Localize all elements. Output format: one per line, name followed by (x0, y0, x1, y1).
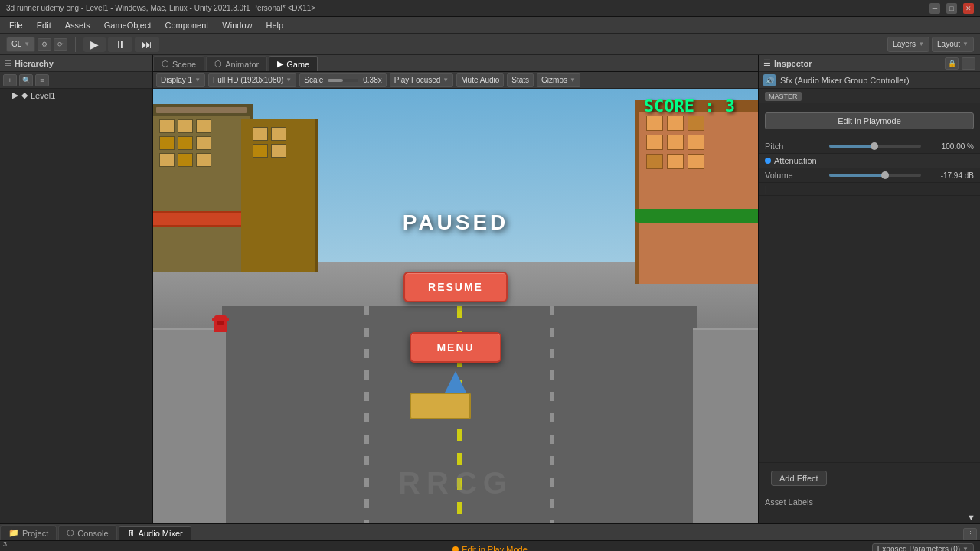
attenuation-dot (765, 158, 771, 164)
hierarchy-add-btn[interactable]: + (3, 74, 17, 86)
component-icon: 🔊 (763, 74, 776, 86)
title-bar: 3d runner udemy eng - Level1 - Windows, … (0, 0, 980, 17)
step-button[interactable]: ⏭ (135, 37, 159, 52)
pitch-slider[interactable] (829, 145, 921, 148)
volume-handle[interactable] (881, 171, 889, 179)
inspector-bottom-arrow: ▼ (759, 510, 980, 523)
hierarchy-level1-label: Level1 (31, 91, 55, 100)
pause-button[interactable]: ⏸ (108, 37, 132, 52)
hierarchy-title: Hierarchy (15, 59, 54, 68)
menu-gameobject[interactable]: GameObject (98, 19, 158, 31)
play-focused-dropdown[interactable]: Play Focused ▼ (390, 73, 454, 87)
separator-1 (75, 37, 76, 52)
bottom-arrow-icon: ▼ (967, 513, 975, 522)
attenuation-header: Attenuation (759, 154, 980, 168)
exposed-params-btn[interactable]: Exposed Parameters (0) ▼ (872, 543, 974, 551)
menu-help[interactable]: Help (260, 19, 289, 31)
project-tab-label: Project (22, 529, 48, 538)
road-line-right (550, 306, 554, 523)
menu-edit[interactable]: Edit (31, 19, 57, 31)
edit-play-mode-btn[interactable]: Edit in Play Mode (452, 545, 528, 552)
hierarchy-search-btn[interactable]: 🔍 (19, 74, 33, 86)
console-icon: ⬡ (67, 528, 74, 538)
inspector-header: ☰ Inspector 🔒 ⋮ (759, 55, 980, 72)
menu-window[interactable]: Window (216, 19, 258, 31)
add-effect-section: Add Effect (759, 462, 980, 494)
inspector-header-left: ☰ Inspector (763, 58, 812, 68)
layout-dropdown[interactable]: Layout ▼ (932, 37, 974, 52)
building-right-windows (639, 100, 758, 204)
close-button[interactable]: ✕ (963, 3, 974, 14)
mute-audio-btn[interactable]: Mute Audio (456, 73, 504, 87)
menu-bar: File Edit Assets GameObject Component Wi… (0, 17, 980, 34)
tab-scene[interactable]: ⬡ Scene (153, 56, 204, 71)
resume-button[interactable]: RESUME (403, 272, 508, 302)
building-left2 (241, 119, 318, 272)
awning-right (635, 209, 758, 223)
minimize-button[interactable]: ─ (929, 3, 940, 14)
edit-play-banner: Edit in Play Mode Exposed Parameters (0)… (0, 541, 980, 551)
tab-audio-mixer[interactable]: 🎚 Audio Mixer (119, 526, 191, 540)
add-effect-btn[interactable]: Add Effect (771, 471, 827, 486)
tab-animator[interactable]: ⬡ Animator (206, 56, 267, 71)
gl-btn1[interactable]: ⚙ (38, 38, 51, 51)
sidewalk-left (153, 328, 226, 523)
gl-selector: GL ▼ ⚙ ⟳ (6, 37, 67, 52)
box-obstacle (410, 393, 471, 419)
menu-assets[interactable]: Assets (59, 19, 96, 31)
gl-btn2[interactable]: ⟳ (54, 38, 67, 51)
stats-btn[interactable]: Stats (507, 73, 534, 87)
layers-dropdown[interactable]: Layers ▼ (887, 37, 929, 52)
hierarchy-level1[interactable]: ▶ ◆ Level1 (0, 89, 152, 102)
mute-audio-label: Mute Audio (461, 76, 499, 84)
inspector-more-btn[interactable]: ⋮ (962, 57, 975, 70)
inspector-spacer (759, 196, 980, 462)
pitch-value: 100.00 % (924, 142, 974, 151)
inspector-header-right: 🔒 ⋮ (945, 57, 975, 70)
play-button[interactable]: ▶ (83, 37, 106, 52)
volume-fill (829, 174, 886, 177)
scene-tab-label: Scene (172, 60, 196, 69)
gl-dropdown[interactable]: GL ▼ (6, 37, 35, 52)
edit-play-dot (452, 546, 459, 552)
score-display: SCORE : 3 (644, 96, 735, 116)
animator-tab-icon: ⬡ (214, 59, 222, 69)
game-tab-label: Game (286, 60, 309, 69)
hierarchy-filter-btn[interactable]: ≡ (35, 74, 49, 86)
pitch-handle[interactable] (871, 142, 878, 150)
display-dropdown[interactable]: Display 1 ▼ (156, 73, 205, 87)
hierarchy-header: ☰ Hierarchy (0, 55, 152, 72)
inspector-lock-btn[interactable]: 🔒 (945, 57, 959, 70)
awning-left (153, 211, 253, 227)
paused-text: PAUSED (403, 210, 509, 235)
gizmos-dropdown[interactable]: Gizmos ▼ (537, 73, 580, 87)
menu-button[interactable]: MENU (410, 332, 501, 363)
tab-project[interactable]: 📁 Project (0, 525, 57, 540)
main-layout: ☰ Hierarchy + 🔍 ≡ ▶ ◆ Level1 ⬡ Scene ⬡ A… (0, 55, 980, 523)
cursor-line: | (759, 183, 980, 196)
menu-file[interactable]: File (3, 19, 29, 31)
resolution-dropdown[interactable]: Full HD (1920x1080) ▼ (208, 73, 296, 87)
title-bar-title: 3d runner udemy eng - Level1 - Windows, … (6, 4, 315, 12)
volume-slider[interactable] (829, 174, 921, 177)
scale-dropdown[interactable]: Scale 0.38x (299, 73, 386, 87)
maximize-button[interactable]: □ (946, 3, 957, 14)
gizmos-arrow-icon: ▼ (570, 77, 576, 83)
building-right (635, 100, 758, 284)
bottom-panel: 📁 Project ⬡ Console 🎚 Audio Mixer ⋮ Edit… (0, 523, 980, 551)
play-focused-arrow-icon: ▼ (443, 77, 449, 83)
play-focused-label: Play Focused (394, 76, 441, 84)
menu-component[interactable]: Component (158, 19, 214, 31)
building-left-roof (153, 104, 250, 116)
bottom-panel-more-btn[interactable]: ⋮ (963, 528, 977, 540)
gizmos-label: Gizmos (541, 76, 567, 84)
scale-value: 0.38x (363, 76, 381, 84)
game-scene: SCORE : 3 PAUSED RESUME MENU RRCG (153, 89, 758, 523)
component-title: Sfx (Audio Mixer Group Controller) (780, 76, 910, 85)
edit-playmode-btn[interactable]: Edit in Playmode (765, 112, 974, 129)
resolution-label: Full HD (1920x1080) (213, 76, 283, 84)
project-icon: 📁 (8, 528, 19, 538)
tab-console[interactable]: ⬡ Console (58, 525, 116, 540)
component-header: 🔊 Sfx (Audio Mixer Group Controller) (759, 72, 980, 89)
tab-game[interactable]: ▶ Game (269, 56, 318, 71)
